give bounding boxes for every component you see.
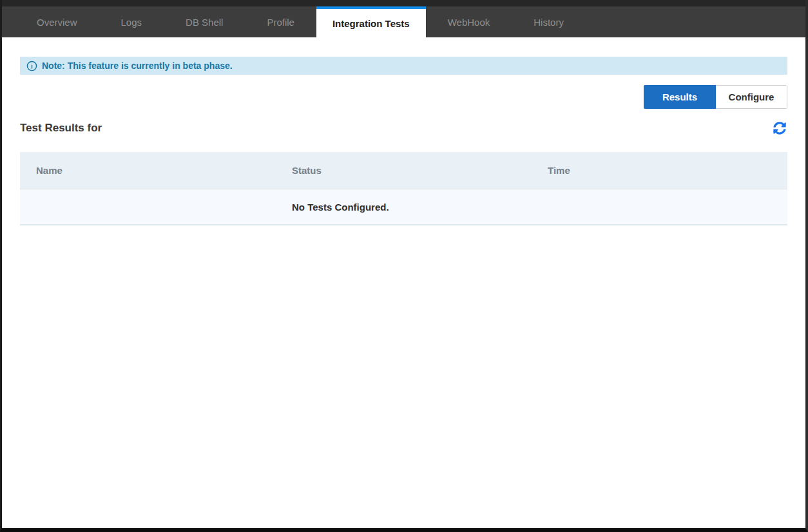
configure-button[interactable]: Configure	[716, 85, 787, 109]
tab-webhook[interactable]: WebHook	[426, 6, 512, 37]
results-heading-row: Test Results for	[20, 119, 787, 138]
tab-label: Integration Tests	[332, 18, 410, 29]
tab-db-shell[interactable]: DB Shell	[164, 6, 245, 37]
tab-label: Logs	[121, 17, 142, 28]
view-toggle-row: Results Configure	[20, 85, 787, 109]
beta-note-text: Note: This feature is currently in beta …	[42, 61, 233, 71]
app-window: Overview Logs DB Shell Profile Integrati…	[0, 0, 808, 532]
tab-overview[interactable]: Overview	[15, 6, 99, 37]
tab-label: WebHook	[448, 17, 490, 28]
view-toggle-group: Results Configure	[644, 85, 787, 109]
table-header-row: Name Status Time	[20, 152, 787, 189]
empty-state-message: No Tests Configured.	[276, 202, 532, 213]
tab-history[interactable]: History	[512, 6, 586, 37]
info-icon	[26, 61, 37, 71]
tab-label: History	[534, 17, 564, 28]
refresh-button[interactable]	[772, 120, 787, 136]
page-content: Note: This feature is currently in beta …	[2, 37, 805, 528]
tab-label: Profile	[267, 17, 294, 28]
beta-note-banner: Note: This feature is currently in beta …	[20, 57, 787, 75]
tab-label: Overview	[37, 17, 77, 28]
column-header-name: Name	[20, 165, 276, 176]
tab-logs[interactable]: Logs	[99, 6, 164, 37]
window-top-strip	[2, 0, 805, 6]
tab-profile[interactable]: Profile	[245, 6, 316, 37]
tab-integration-tests[interactable]: Integration Tests	[316, 6, 426, 37]
page-title: Test Results for	[20, 122, 102, 135]
refresh-icon	[773, 122, 786, 135]
results-button[interactable]: Results	[644, 85, 716, 109]
test-results-table: Name Status Time No Tests Configured.	[20, 152, 787, 225]
table-empty-row: No Tests Configured.	[20, 189, 787, 225]
column-header-time: Time	[532, 165, 787, 176]
column-header-status: Status	[276, 165, 532, 176]
tab-label: DB Shell	[186, 17, 223, 28]
tab-bar: Overview Logs DB Shell Profile Integrati…	[2, 6, 805, 37]
